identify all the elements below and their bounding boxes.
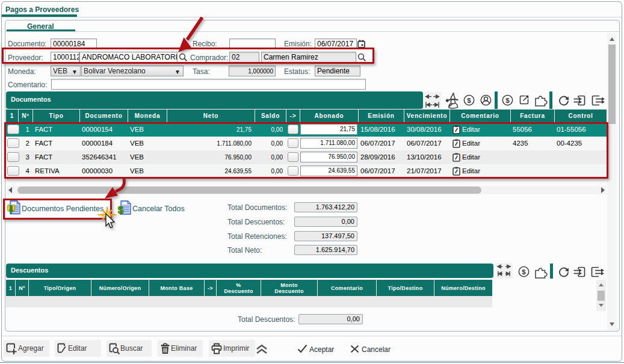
svg-text:$: $ (467, 97, 471, 104)
svg-text:$: $ (522, 268, 526, 276)
svg-text:$: $ (505, 97, 510, 104)
